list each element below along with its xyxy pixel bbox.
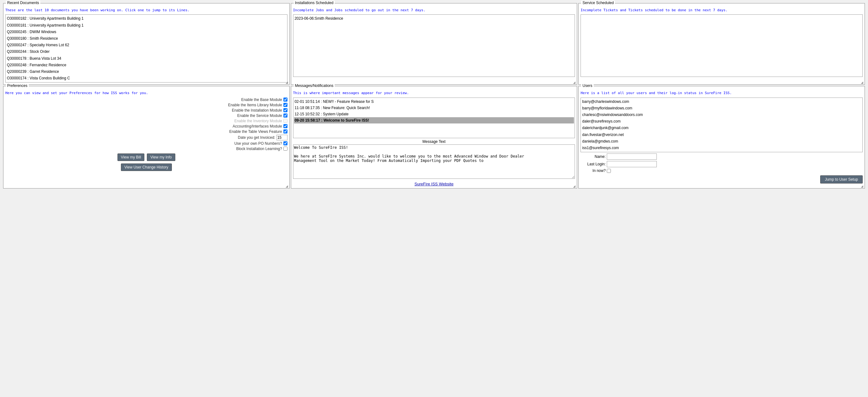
users-info: Here is a list of all your users and the… [581,91,863,95]
user-list-item[interactable]: charlesc@nsiwindowsanddoors.com [582,112,862,118]
pref-field-row: Enable the Table Views Feature [5,129,287,134]
pref-field-row: Use your own PO Numbers? [5,141,287,146]
preferences-panel: Preferences Here you can view and set yo… [3,86,290,188]
user-list-item[interactable]: barry@charleswindows.com [582,98,862,105]
pref-checkbox[interactable] [283,147,287,151]
surefire-website-link[interactable]: SureFire ISS Website [293,182,575,186]
installations-scheduled-panel: Installations Scheduled Incomplete Jobs … [291,3,578,85]
pref-checkbox[interactable] [283,124,287,128]
message-text-label: Message Text [293,140,575,144]
user-last-login-label: Last Login: [581,162,606,166]
list-item[interactable]: O30000174 : Vista Condos Building C [6,75,286,82]
resize-handle[interactable]: ◢ [286,81,289,84]
pref-field-label: Enable the Items Library Module [228,103,282,107]
list-item[interactable]: Q20000239 : Garret Residence [6,68,286,75]
list-item[interactable]: O30000181 : University Apartments Buildi… [6,22,286,29]
resize-handle-svc[interactable]: ◢ [861,81,864,84]
pref-checkbox[interactable] [283,103,287,107]
pref-field-label: Enable the Service Module [237,114,282,118]
recent-documents-info: These are the last 10 documents you have… [5,8,287,12]
pref-checkbox[interactable] [283,141,287,145]
preferences-second-btn-row: View User Change History [5,163,287,171]
list-item[interactable]: Q20000247 : Specialty Homes Lot 62 [6,42,286,49]
pref-field-row: Enable the Inventory Module [5,119,287,123]
message-list-item[interactable]: 09-20 15:58:17 : Welcome to SureFire ISS… [294,117,574,123]
messages-panel: Messages/Notifications This is where imp… [291,86,578,188]
user-list-item[interactable]: barry@myfloridawindows.com [582,105,862,112]
pref-field-label: Block Installation Learning? [236,147,282,151]
pref-checkbox[interactable] [283,108,287,112]
pref-text-input[interactable] [277,135,287,140]
users-title: Users [581,84,593,88]
preferences-buttons-row: View my Bill View my Info [5,153,287,161]
pref-field-row: Enable the Base Module [5,97,287,102]
service-scheduled-list[interactable] [581,14,863,77]
pref-field-row: Enable the Installation Module [5,108,287,113]
recent-documents-list[interactable]: O30000182 : University Apartments Buildi… [5,14,287,83]
installations-scheduled-list[interactable]: 2023-06-06:Smith Residence [293,14,575,77]
recent-documents-panel: Recent Documents These are the last 10 d… [3,3,290,85]
message-list-item[interactable]: 12-15 10:52:32 : System Update [294,111,574,117]
list-item[interactable]: Q30000178 : Buena Vista Lot 34 [6,55,286,62]
user-in-now-row: In now? [581,169,863,173]
pref-field-label: Date you get Invoiced: [238,135,275,140]
user-name-row: Name: [581,153,863,160]
pref-field-label: Use your own PO Numbers? [234,141,282,146]
user-list-item[interactable]: daniela@gmdws.com [582,138,862,145]
installations-scheduled-title: Installations Scheduled [294,1,335,5]
view-my-info-button[interactable]: View my Info [147,153,175,161]
resize-handle-pref[interactable]: ◢ [286,184,289,188]
messages-title: Messages/Notifications [294,84,335,88]
preferences-title: Preferences [6,84,29,88]
message-body-textarea[interactable] [293,145,575,179]
users-panel: Users Here is a list of all your users a… [578,86,865,188]
user-last-login-row: Last Login: [581,161,863,167]
message-list-item[interactable]: 11-18 08:17:35 : New Feature: Quick Sear… [294,105,574,111]
user-last-login-input[interactable] [607,161,657,167]
view-user-change-history-button[interactable]: View User Change History [121,163,172,171]
list-item[interactable]: Q20000245 : DWIM Windows [6,29,286,35]
pref-field-label: Accounting/Interfaces Module [233,124,282,128]
list-item[interactable]: Q20000248 : Fernandez Residence [6,62,286,68]
pref-field-row: Date you get Invoiced: [5,135,287,140]
user-list-item[interactable]: dan.fivestar@verizon.net [582,132,862,138]
pref-field-label: Enable the Table Views Feature [229,129,282,134]
pref-field-label: Enable the Installation Module [232,108,282,113]
pref-checkbox[interactable] [283,114,287,118]
resize-handle-msg[interactable]: ◢ [573,184,576,188]
messages-list[interactable]: 02-01 10:51:14 : NEW!! - Feature Release… [293,97,575,138]
pref-checkbox [283,119,287,123]
jump-to-user-setup-button[interactable]: Jump to User Setup [820,175,863,183]
jump-to-user-setup-row: Jump to User Setup [581,175,863,183]
user-list-item[interactable]: daler@surefiresys.com [582,118,862,125]
pref-field-row: Enable the Items Library Module [5,103,287,107]
message-list-item[interactable]: 02-01 10:51:14 : NEW!! - Feature Release… [294,98,574,105]
messages-info: This is where important messages appear … [293,91,575,95]
preferences-fields-container: Enable the Base ModuleEnable the Items L… [5,97,287,151]
pref-checkbox[interactable] [283,97,287,101]
user-list-item[interactable]: iss1@surefiresys.com [582,145,862,151]
service-scheduled-title: Service Scheduled [581,1,615,5]
service-scheduled-panel: Service Scheduled Incomplete Tickets and… [578,3,865,85]
pref-checkbox[interactable] [283,129,287,133]
resize-handle-users[interactable]: ◢ [861,184,864,188]
list-item[interactable]: Q30000180 : Smith Residence [6,35,286,42]
user-list-item[interactable]: dalerichardjunk@gmail.com [582,125,862,131]
resize-handle-inst[interactable]: ◢ [573,81,576,84]
pref-field-row: Enable the Service Module [5,114,287,118]
preferences-info: Here you can view and set your Preferenc… [5,91,287,95]
user-in-now-label: In now? [581,169,606,173]
service-scheduled-info: Incomplete Tickets and Tickets scheduled… [581,8,863,12]
list-item[interactable]: 2023-06-06:Smith Residence [294,15,574,22]
list-item[interactable]: Q20000244 : Stock Order [6,49,286,55]
user-name-label: Name: [581,154,606,159]
pref-field-row: Accounting/Interfaces Module [5,124,287,128]
list-item[interactable]: O30000182 : University Apartments Buildi… [6,15,286,22]
installations-scheduled-info: Incomplete Jobs and Jobs scheduled to go… [293,8,575,12]
view-my-bill-button[interactable]: View my Bill [118,153,144,161]
user-name-input[interactable] [607,153,657,160]
user-in-now-checkbox[interactable] [607,169,611,173]
users-list[interactable]: barry@charleswindows.combarry@myfloridaw… [581,97,863,153]
pref-field-row: Block Installation Learning? [5,147,287,151]
pref-field-label: Enable the Inventory Module [234,119,282,123]
